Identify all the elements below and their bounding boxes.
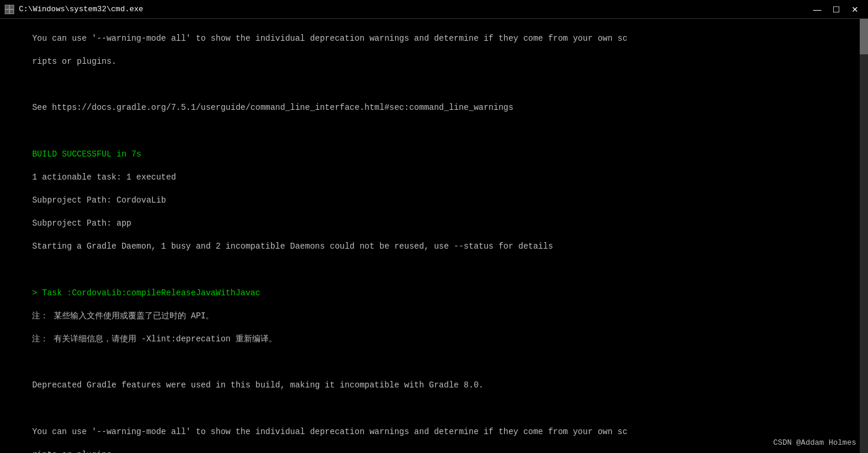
close-button[interactable]: ✕ (847, 3, 863, 16)
line-note-2: 注： 有关详细信息，请使用 -Xlint:deprecation 重新编译。 (32, 334, 276, 344)
scrollbar[interactable] (860, 19, 868, 453)
line-deprecated: Deprecated Gradle features were used in … (32, 380, 484, 390)
line-subproject-2: Subproject Path: app (32, 219, 131, 228)
line-daemon: Starting a Gradle Daemon, 1 busy and 2 i… (32, 242, 553, 251)
line-task: > Task :CordovaLib:compileReleaseJavaWit… (32, 288, 260, 298)
line-3: See https://docs.gradle.org/7.5.1/usergu… (32, 103, 513, 112)
maximize-button[interactable]: ☐ (828, 3, 844, 16)
window-controls: — ☐ ✕ (809, 3, 863, 16)
terminal-output: You can use '--warning-mode all' to show… (2, 21, 866, 453)
line-subproject-1: Subproject Path: CordovaLib (32, 195, 166, 205)
title-bar: C:\Windows\system32\cmd.exe — ☐ ✕ (0, 0, 868, 19)
line-2: ripts or plugins. (32, 57, 116, 66)
line-1: You can use '--warning-mode all' to show… (32, 34, 627, 43)
window-title: C:\Windows\system32\cmd.exe (19, 5, 809, 14)
terminal-body[interactable]: You can use '--warning-mode all' to show… (0, 19, 868, 453)
line-warning-2b: ripts or plugins. (32, 450, 116, 453)
line-warning-2: You can use '--warning-mode all' to show… (32, 427, 627, 436)
svg-rect-0 (5, 5, 9, 9)
svg-rect-2 (5, 10, 9, 14)
line-actionable-1: 1 actionable task: 1 executed (32, 172, 176, 182)
svg-rect-1 (10, 5, 14, 9)
minimize-button[interactable]: — (809, 3, 825, 16)
scrollbar-thumb[interactable] (860, 19, 868, 54)
cmd-window: C:\Windows\system32\cmd.exe — ☐ ✕ You ca… (0, 0, 868, 453)
watermark: CSDN @Addam Holmes (774, 438, 856, 448)
line-note-1: 注： 某些输入文件使用或覆盖了已过时的 API。 (32, 311, 214, 321)
window-icon (5, 5, 14, 14)
line-build-success-1: BUILD SUCCESSFUL in 7s (32, 149, 141, 159)
svg-rect-3 (10, 10, 14, 14)
